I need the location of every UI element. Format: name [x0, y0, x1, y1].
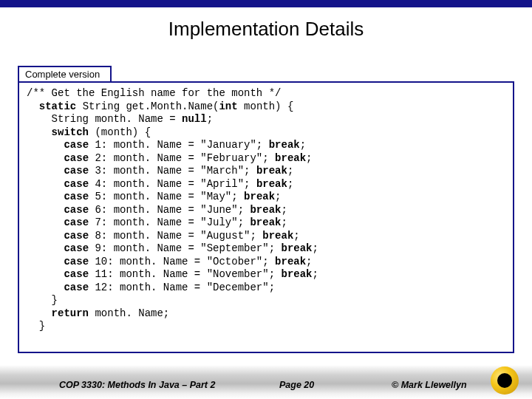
slide-title: Implementation Details [0, 7, 532, 54]
version-label: Complete version [18, 66, 112, 83]
footer-copyright: © Mark Llewellyn [392, 380, 467, 390]
code-box: /** Get the English name for the month *… [18, 81, 514, 353]
code-content: /** Get the English name for the month *… [27, 87, 505, 333]
footer-course: COP 3330: Methods In Java – Part 2 [59, 380, 215, 390]
top-strip [0, 0, 532, 7]
footer: COP 3330: Methods In Java – Part 2 Page … [0, 365, 532, 399]
ucf-logo-icon [491, 366, 519, 395]
footer-bg: COP 3330: Methods In Java – Part 2 Page … [0, 365, 532, 399]
footer-page: Page 20 [279, 380, 314, 390]
